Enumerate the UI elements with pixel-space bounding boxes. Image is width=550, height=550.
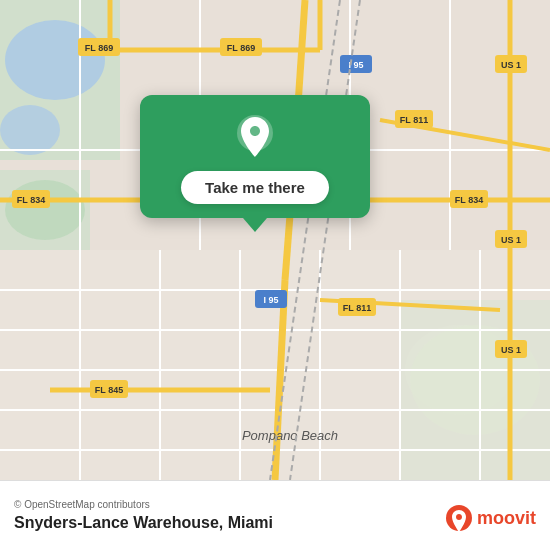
- svg-point-2: [5, 20, 105, 100]
- moovit-logo: moovit: [445, 504, 536, 532]
- map-background: FL 869 FL 869 I 95 US 1 FL 811 FL 834 FL…: [0, 0, 550, 480]
- take-me-there-button[interactable]: Take me there: [181, 171, 329, 204]
- svg-text:FL 845: FL 845: [95, 385, 123, 395]
- svg-point-5: [5, 180, 85, 240]
- svg-text:US 1: US 1: [501, 235, 521, 245]
- svg-text:FL 811: FL 811: [343, 303, 371, 313]
- svg-text:FL 811: FL 811: [400, 115, 428, 125]
- moovit-brand-name: moovit: [477, 508, 536, 529]
- svg-text:US 1: US 1: [501, 60, 521, 70]
- map-container: FL 869 FL 869 I 95 US 1 FL 811 FL 834 FL…: [0, 0, 550, 480]
- svg-text:FL 834: FL 834: [17, 195, 45, 205]
- svg-text:FL 834: FL 834: [455, 195, 483, 205]
- svg-text:FL 869: FL 869: [227, 43, 255, 53]
- svg-text:I 95: I 95: [263, 295, 278, 305]
- bottom-bar: © OpenStreetMap contributors Snyders-Lan…: [0, 480, 550, 550]
- moovit-icon: [445, 504, 473, 532]
- location-card: Take me there: [140, 95, 370, 218]
- svg-point-3: [0, 105, 60, 155]
- svg-text:US 1: US 1: [501, 345, 521, 355]
- svg-text:FL 869: FL 869: [85, 43, 113, 53]
- location-pin-icon: [231, 113, 279, 161]
- svg-text:Pompano Beach: Pompano Beach: [242, 428, 338, 443]
